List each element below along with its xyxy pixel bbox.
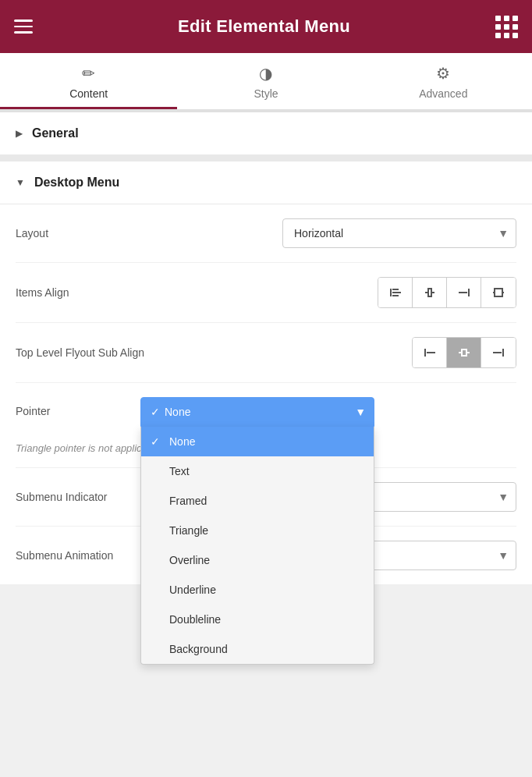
checkmark-icon: ✓	[151, 406, 160, 418]
desktop-menu-section-title: Desktop Menu	[34, 176, 119, 190]
grid-menu-icon[interactable]	[495, 16, 518, 38]
flyout-right-button[interactable]	[481, 338, 516, 367]
header: Edit Elemental Menu	[0, 0, 532, 53]
flyout-align-buttons	[412, 337, 516, 368]
desktop-menu-section-header[interactable]: ▼ Desktop Menu	[0, 161, 532, 204]
tab-content[interactable]: ✏ Content	[0, 53, 177, 109]
pointer-select-wrapper: ✓ None ▼ None Text Framed Triangle Overl…	[140, 397, 374, 427]
form-area: Layout Horizontal Vertical Dropdown ▼ It…	[0, 204, 532, 584]
flyout-align-row: Top Level Flyout Sub Align	[16, 323, 516, 383]
svg-rect-8	[468, 289, 470, 296]
flyout-center-button[interactable]	[447, 338, 481, 367]
align-center-button[interactable]	[413, 278, 447, 307]
tab-advanced-label: Advanced	[419, 87, 467, 100]
tab-advanced[interactable]: ⚙ Advanced	[355, 53, 532, 109]
pointer-option-underline[interactable]: Underline	[141, 575, 374, 605]
gear-icon: ⚙	[436, 64, 450, 83]
section-divider	[0, 155, 532, 161]
pointer-dropdown-list: None Text Framed Triangle Overline Under…	[140, 427, 374, 665]
flyout-left-button[interactable]	[413, 338, 447, 367]
layout-row: Layout Horizontal Vertical Dropdown ▼	[16, 204, 516, 263]
pointer-option-background[interactable]: Background	[141, 634, 374, 664]
pointer-option-triangle[interactable]: Triangle	[141, 516, 374, 545]
tabs-bar: ✏ Content ◑ Style ⚙ Advanced	[0, 53, 532, 110]
pointer-selected-value: None	[165, 406, 190, 418]
svg-rect-12	[424, 349, 426, 357]
pointer-option-doubleline[interactable]: Doubleline	[141, 605, 374, 634]
hamburger-menu-icon[interactable]	[14, 20, 33, 34]
layout-select[interactable]: Horizontal Vertical Dropdown	[282, 218, 516, 248]
items-align-row: Items Align	[16, 263, 516, 323]
general-arrow-icon: ▶	[16, 128, 23, 139]
submenu-indicator-label: Submenu Indicator	[16, 491, 108, 503]
align-left-button[interactable]	[378, 278, 413, 307]
pointer-option-framed[interactable]: Framed	[141, 486, 374, 516]
items-align-buttons	[378, 277, 516, 308]
tab-style[interactable]: ◑ Style	[177, 53, 354, 109]
tab-style-label: Style	[254, 87, 278, 100]
items-align-label: Items Align	[16, 286, 69, 299]
pointer-selected-display[interactable]: ✓ None ▼	[140, 397, 374, 427]
pointer-row: Pointer ✓ None ▼ None Text Framed Triang…	[16, 383, 516, 436]
pointer-option-overline[interactable]: Overline	[141, 545, 374, 575]
layout-label: Layout	[16, 227, 48, 239]
svg-rect-11	[495, 289, 502, 296]
align-right-button[interactable]	[447, 278, 481, 307]
general-section-header[interactable]: ▶ General	[0, 112, 532, 155]
pointer-label: Pointer	[16, 397, 140, 417]
general-section-title: General	[32, 126, 79, 140]
svg-rect-6	[428, 289, 431, 296]
layout-select-wrapper: Horizontal Vertical Dropdown ▼	[282, 218, 516, 248]
flyout-align-label: Top Level Flyout Sub Align	[16, 346, 144, 359]
svg-rect-0	[390, 289, 392, 296]
half-circle-icon: ◑	[259, 64, 272, 83]
pencil-icon: ✏	[82, 64, 95, 83]
pointer-option-none[interactable]: None	[141, 427, 374, 456]
svg-rect-18	[502, 349, 504, 357]
desktop-menu-arrow-icon: ▼	[16, 177, 25, 188]
submenu-animation-label: Submenu Animation	[16, 549, 113, 562]
align-stretch-button[interactable]	[481, 278, 516, 307]
pointer-dropdown-arrow-icon: ▼	[355, 406, 366, 418]
svg-rect-16	[462, 349, 466, 356]
page-title: Edit Elemental Menu	[178, 16, 350, 37]
tab-content-label: Content	[69, 87, 108, 100]
pointer-option-text[interactable]: Text	[141, 456, 374, 486]
